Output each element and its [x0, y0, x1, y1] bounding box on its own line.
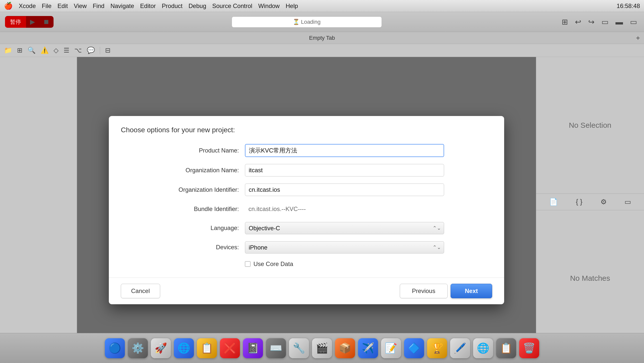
square-button[interactable]: ⏹ [39, 16, 54, 28]
menu-help[interactable]: Help [286, 2, 298, 10]
previous-button[interactable]: Previous [400, 284, 448, 298]
menu-source-control[interactable]: Source Control [212, 2, 252, 10]
warning-icon[interactable]: ⚠️ [41, 46, 49, 54]
dock-item17[interactable]: 📋 [496, 338, 516, 358]
org-name-label: Organization Name: [169, 167, 239, 174]
language-select-wrapper: Objective-C Swift ⌃⌄ [245, 222, 444, 234]
menu-find[interactable]: Find [93, 2, 105, 10]
clock: 16:58:48 [617, 2, 640, 10]
devices-select[interactable]: iPhone iPad Universal [245, 241, 444, 254]
dock-trash[interactable]: 🗑️ [519, 338, 539, 358]
menu-editor[interactable]: Editor [140, 2, 156, 10]
layout-icon[interactable]: ⊞ [560, 16, 570, 27]
core-data-checkbox[interactable] [245, 261, 250, 267]
dock-item13[interactable]: 🔷 [404, 338, 424, 358]
dialog-body: Product Name: Organization Name: Organiz… [109, 139, 504, 278]
tab-empty[interactable]: Empty Tab [309, 35, 335, 41]
sidebar-doc-icon[interactable]: 📄 [549, 198, 558, 206]
dock-item11[interactable]: ✈️ [358, 338, 378, 358]
branch-icon[interactable]: ⌥ [74, 46, 82, 54]
right-sidebar-bottom: No Matches [536, 210, 644, 347]
dock-movie[interactable]: 🎬 [312, 338, 332, 358]
cancel-button[interactable]: Cancel [121, 284, 160, 298]
org-id-label: Organization Identifier: [169, 186, 239, 193]
bundle-id-value: cn.itcast.ios.--KVC---- [245, 203, 444, 215]
next-button[interactable]: Next [451, 284, 492, 298]
toolbar-separator [100, 47, 100, 54]
forward-icon[interactable]: ↪ [586, 16, 596, 27]
product-name-input[interactable] [245, 144, 444, 157]
search-icon[interactable]: 🔍 [28, 46, 36, 54]
dialog-header: Choose options for your new project: [109, 116, 504, 139]
center-area: Choose options for your new project: Pro… [77, 57, 536, 363]
dock-tools[interactable]: 🔧 [289, 338, 309, 358]
grid-icon[interactable]: ⊞ [17, 46, 23, 54]
toolbar: 暂停 ▶ ⏹ ⏳ Loading ⊞ ↩ ↪ ▭ ▬ ▭ [0, 12, 644, 32]
menu-view[interactable]: View [74, 2, 87, 10]
right-sidebar: No Selection 📄 { } ⚙ ▭ No Matches ⊞ 🔍 [536, 57, 644, 363]
form-grid: Product Name: Organization Name: Organiz… [169, 144, 444, 268]
icon-toolbar: 📁 ⊞ 🔍 ⚠️ ◇ ☰ ⌥ 💬 ⊟ [0, 44, 644, 57]
menubar: 🍎 Xcode File Edit View Find Navigate Edi… [0, 0, 644, 12]
menu-debug[interactable]: Debug [189, 2, 206, 10]
product-name-label: Product Name: [169, 147, 239, 154]
right-sidebar-top: No Selection [536, 57, 644, 194]
toolbar-center: ⏳ Loading [58, 16, 556, 28]
menu-edit[interactable]: Edit [58, 2, 68, 10]
folder-icon[interactable]: 📁 [4, 46, 12, 54]
language-label: Language: [169, 224, 239, 232]
loading-text: Loading [301, 19, 320, 25]
dock-item16[interactable]: 🌐 [473, 338, 493, 358]
right-sidebar-icons: 📄 { } ⚙ ▭ [536, 194, 644, 210]
dock-word[interactable]: 📝 [381, 338, 401, 358]
dialog-title: Choose options for your new project: [121, 126, 235, 134]
no-matches-label: No Matches [570, 274, 610, 282]
apple-menu[interactable]: 🍎 [4, 2, 13, 10]
core-data-label: Use Core Data [253, 260, 293, 268]
add-tab-button[interactable]: + [636, 34, 640, 42]
toolbar-right: ⊞ ↩ ↪ ▭ ▬ ▭ [560, 16, 639, 27]
menu-navigate[interactable]: Navigate [110, 2, 134, 10]
tabbar: Empty Tab + [0, 32, 644, 44]
run-button[interactable]: ▶ [26, 16, 39, 28]
dock-finder[interactable]: 🔵 [105, 338, 125, 358]
back-icon[interactable]: ↩ [573, 16, 583, 27]
dock-onenote[interactable]: 📓 [243, 338, 263, 358]
devices-select-wrapper: iPhone iPad Universal ⌃⌄ [245, 241, 444, 254]
list-icon[interactable]: ☰ [64, 46, 69, 54]
dock-preferences[interactable]: ⚙️ [128, 338, 148, 358]
comment-icon[interactable]: 💬 [87, 46, 95, 54]
menu-window[interactable]: Window [258, 2, 279, 10]
devices-label: Devices: [169, 244, 239, 251]
dock-rocket[interactable]: 🚀 [151, 338, 171, 358]
sidebar-panel-icon[interactable]: ▭ [624, 198, 631, 206]
main-content: Choose options for your new project: Pro… [0, 57, 644, 363]
dialog-footer: Cancel Previous Next [109, 278, 504, 304]
menu-xcode[interactable]: Xcode [19, 2, 36, 10]
menu-file[interactable]: File [42, 2, 52, 10]
sidebar-settings-icon[interactable]: ⚙ [600, 198, 607, 206]
dock-safari[interactable]: 🌐 [174, 338, 194, 358]
dock-item15[interactable]: 🖊️ [450, 338, 470, 358]
org-id-input[interactable] [245, 184, 444, 196]
stop-button[interactable]: 暂停 [5, 16, 26, 28]
diamond-icon[interactable]: ◇ [54, 46, 59, 54]
sidebar-code-icon[interactable]: { } [576, 198, 582, 206]
dock-excel[interactable]: ❌ [220, 338, 240, 358]
dock-filezilla[interactable]: 📦 [335, 338, 355, 358]
org-name-input[interactable] [245, 164, 444, 176]
nav-buttons: Previous Next [400, 284, 492, 298]
dock-item14[interactable]: 🏆 [427, 338, 447, 358]
panel-center-icon[interactable]: ▬ [613, 17, 625, 27]
bundle-id-label: Bundle Identifier: [169, 206, 239, 212]
nav-icon[interactable]: ⊟ [105, 46, 111, 54]
dock-notes[interactable]: 📋 [197, 338, 217, 358]
menubar-right: 16:58:48 [617, 2, 640, 10]
run-controls: 暂停 ▶ ⏹ [5, 16, 54, 28]
dock-terminal[interactable]: ⌨️ [266, 338, 286, 358]
panel-right-icon[interactable]: ▭ [628, 16, 639, 27]
panel-left-icon[interactable]: ▭ [599, 16, 610, 27]
menu-product[interactable]: Product [162, 2, 183, 10]
new-project-dialog: Choose options for your new project: Pro… [109, 116, 504, 304]
language-select[interactable]: Objective-C Swift [245, 222, 444, 234]
